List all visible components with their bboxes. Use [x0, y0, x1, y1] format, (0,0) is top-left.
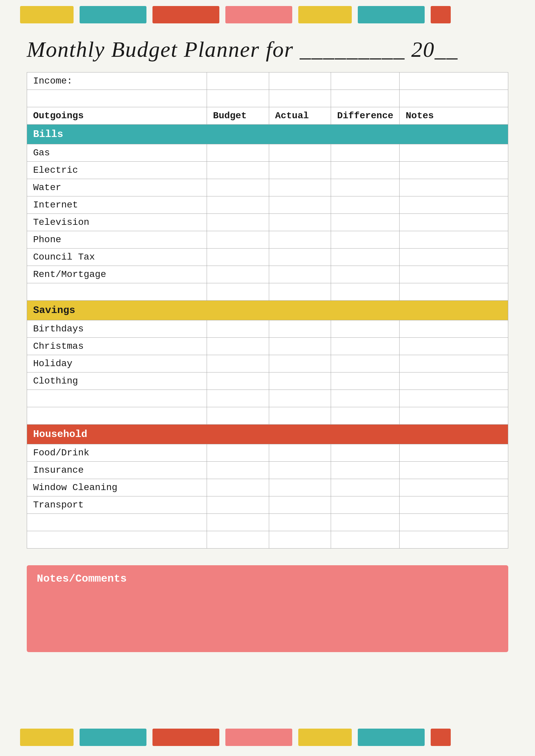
- empty-row-6: [27, 531, 508, 549]
- list-item: Council Tax: [27, 249, 508, 266]
- list-item: Food/Drink: [27, 444, 508, 462]
- col-notes-header: Notes: [400, 107, 508, 125]
- clothing-actual[interactable]: [269, 372, 331, 390]
- electric-budget[interactable]: [207, 162, 269, 179]
- water-notes[interactable]: [400, 179, 508, 196]
- insurance-actual[interactable]: [269, 462, 331, 479]
- income-actual[interactable]: [269, 72, 331, 90]
- water-actual[interactable]: [269, 179, 331, 196]
- electric-notes[interactable]: [400, 162, 508, 179]
- main-content: Income: Outgoings Budget Actual Differen…: [0, 69, 535, 559]
- page: Monthly Budget Planner for _________ 20_…: [0, 0, 535, 756]
- television-notes[interactable]: [400, 214, 508, 231]
- window-cleaning-actual[interactable]: [269, 479, 331, 496]
- top-bar-yellow1: [20, 6, 74, 23]
- savings-section-header: Savings: [27, 301, 508, 320]
- list-item: Internet: [27, 196, 508, 214]
- col-budget-header: Budget: [207, 107, 269, 125]
- rent-mortgage-actual[interactable]: [269, 266, 331, 283]
- bottom-bar-red1: [152, 729, 219, 746]
- bottom-bar-pink1: [225, 729, 292, 746]
- transport-notes[interactable]: [400, 496, 508, 514]
- electric-label: Electric: [27, 162, 207, 179]
- water-diff[interactable]: [331, 179, 400, 196]
- transport-actual[interactable]: [269, 496, 331, 514]
- list-item: Rent/Mortgage: [27, 266, 508, 283]
- council-tax-actual[interactable]: [269, 249, 331, 266]
- income-notes[interactable]: [400, 72, 508, 90]
- council-tax-notes[interactable]: [400, 249, 508, 266]
- internet-actual[interactable]: [269, 196, 331, 214]
- television-budget[interactable]: [207, 214, 269, 231]
- gas-notes[interactable]: [400, 144, 508, 162]
- top-bar-red2: [431, 6, 451, 23]
- household-label: Household: [27, 425, 508, 444]
- budget-table: Income: Outgoings Budget Actual Differen…: [27, 72, 508, 549]
- window-cleaning-notes[interactable]: [400, 479, 508, 496]
- notes-label: Notes/Comments: [37, 573, 498, 585]
- insurance-diff[interactable]: [331, 462, 400, 479]
- list-item: Window Cleaning: [27, 479, 508, 496]
- birthdays-notes[interactable]: [400, 320, 508, 338]
- empty-row-5: [27, 514, 508, 531]
- list-item: Gas: [27, 144, 508, 162]
- television-diff[interactable]: [331, 214, 400, 231]
- internet-notes[interactable]: [400, 196, 508, 214]
- notes-box[interactable]: Notes/Comments: [27, 565, 508, 652]
- holiday-actual[interactable]: [269, 355, 331, 372]
- christmas-budget[interactable]: [207, 338, 269, 355]
- gas-budget[interactable]: [207, 144, 269, 162]
- council-tax-budget[interactable]: [207, 249, 269, 266]
- council-tax-diff[interactable]: [331, 249, 400, 266]
- phone-diff[interactable]: [331, 231, 400, 249]
- internet-diff[interactable]: [331, 196, 400, 214]
- bottom-bar-yellow2: [298, 729, 352, 746]
- rent-mortgage-notes[interactable]: [400, 266, 508, 283]
- list-item: Transport: [27, 496, 508, 514]
- insurance-budget[interactable]: [207, 462, 269, 479]
- television-actual[interactable]: [269, 214, 331, 231]
- clothing-notes[interactable]: [400, 372, 508, 390]
- empty-row-3: [27, 390, 508, 407]
- phone-budget[interactable]: [207, 231, 269, 249]
- birthdays-actual[interactable]: [269, 320, 331, 338]
- phone-notes[interactable]: [400, 231, 508, 249]
- window-cleaning-diff[interactable]: [331, 479, 400, 496]
- electric-actual[interactable]: [269, 162, 331, 179]
- electric-diff[interactable]: [331, 162, 400, 179]
- transport-budget[interactable]: [207, 496, 269, 514]
- christmas-actual[interactable]: [269, 338, 331, 355]
- gas-actual[interactable]: [269, 144, 331, 162]
- top-bar-yellow2: [298, 6, 352, 23]
- phone-actual[interactable]: [269, 231, 331, 249]
- insurance-notes[interactable]: [400, 462, 508, 479]
- food-drink-actual[interactable]: [269, 444, 331, 462]
- rent-mortgage-budget[interactable]: [207, 266, 269, 283]
- holiday-diff[interactable]: [331, 355, 400, 372]
- internet-budget[interactable]: [207, 196, 269, 214]
- christmas-notes[interactable]: [400, 338, 508, 355]
- food-drink-notes[interactable]: [400, 444, 508, 462]
- clothing-budget[interactable]: [207, 372, 269, 390]
- income-budget[interactable]: [207, 72, 269, 90]
- rent-mortgage-diff[interactable]: [331, 266, 400, 283]
- water-budget[interactable]: [207, 179, 269, 196]
- holiday-notes[interactable]: [400, 355, 508, 372]
- income-difference[interactable]: [331, 72, 400, 90]
- gas-diff[interactable]: [331, 144, 400, 162]
- christmas-diff[interactable]: [331, 338, 400, 355]
- christmas-label: Christmas: [27, 338, 207, 355]
- birthdays-budget[interactable]: [207, 320, 269, 338]
- bottom-bar-yellow1: [20, 729, 74, 746]
- food-drink-budget[interactable]: [207, 444, 269, 462]
- bills-label: Bills: [27, 125, 508, 144]
- title-area: Monthly Budget Planner for _________ 20_…: [0, 23, 535, 69]
- birthdays-diff[interactable]: [331, 320, 400, 338]
- window-cleaning-budget[interactable]: [207, 479, 269, 496]
- holiday-budget[interactable]: [207, 355, 269, 372]
- internet-label: Internet: [27, 196, 207, 214]
- clothing-diff[interactable]: [331, 372, 400, 390]
- list-item: Christmas: [27, 338, 508, 355]
- transport-diff[interactable]: [331, 496, 400, 514]
- food-drink-diff[interactable]: [331, 444, 400, 462]
